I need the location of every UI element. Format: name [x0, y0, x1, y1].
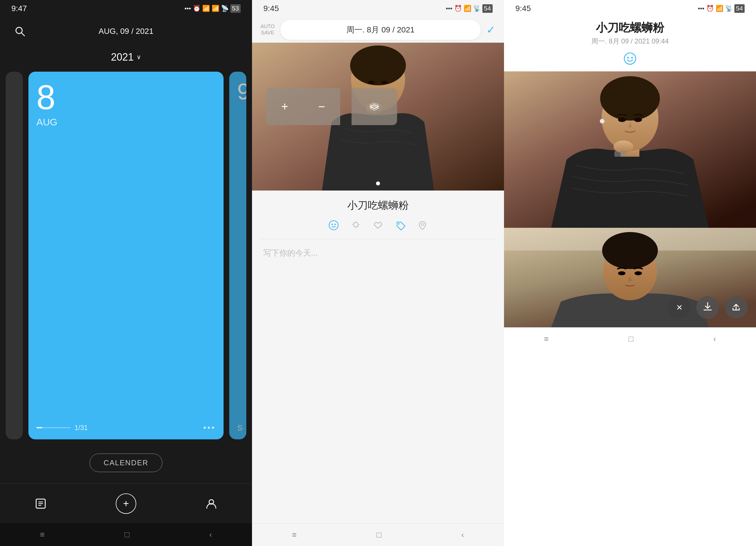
- status-icons-p2: ••• ⏰ 📶 📡 54: [446, 4, 493, 13]
- more-options-icon[interactable]: •••: [203, 423, 216, 433]
- svg-point-43: [635, 271, 642, 275]
- add-entry-button[interactable]: +: [116, 493, 136, 514]
- svg-point-24: [421, 224, 424, 226]
- remove-photo-button[interactable]: −: [303, 88, 340, 125]
- svg-point-15: [334, 224, 336, 225]
- svg-point-11: [381, 81, 388, 84]
- menu-bottom-p2[interactable]: ≡: [292, 530, 297, 539]
- svg-point-27: [631, 57, 633, 59]
- svg-point-25: [624, 53, 636, 64]
- home-bottom-p2[interactable]: □: [377, 530, 381, 539]
- detail-photo-secondary[interactable]: ✕: [504, 228, 756, 327]
- autosave-line1: AUTO: [261, 24, 275, 30]
- share-button[interactable]: [725, 296, 747, 319]
- weather-icon[interactable]: [350, 220, 361, 233]
- card-prev[interactable]: [6, 72, 23, 439]
- progress-fill: [36, 427, 42, 428]
- layers-icon: [368, 100, 381, 113]
- panel2-header: AUTO SAVE 周一. 8月 09 / 2021 ✓: [252, 17, 504, 43]
- detail-photo-svg: [504, 71, 756, 228]
- svg-point-42: [618, 271, 625, 275]
- search-icon[interactable]: [11, 23, 28, 40]
- year-label: 2021: [111, 51, 134, 63]
- plus-photo-icon: +: [281, 100, 288, 113]
- profile-nav-icon[interactable]: [205, 497, 218, 510]
- panel2-bottom-bar: ≡ □ ‹: [252, 523, 504, 546]
- photo-dot-indicator: [376, 181, 380, 185]
- back-bottom-icon[interactable]: ‹: [209, 530, 212, 539]
- panel1-bottom-bar: ≡ □ ‹: [0, 523, 252, 546]
- add-photo-button[interactable]: +: [266, 88, 303, 125]
- time-p2: 9:45: [263, 4, 279, 13]
- header-date-pill: 周一. 8月 09 / 2021: [280, 20, 481, 40]
- panel-entry-detail: 9:45 ••• ⏰ 📶 📡 54 小刀吃螺蛳粉 周一. 8月 09 / 202…: [504, 0, 756, 546]
- status-bar-p2: 9:45 ••• ⏰ 📶 📡 54: [252, 0, 504, 17]
- close-icon: ✕: [676, 303, 683, 312]
- location-icon[interactable]: [417, 220, 428, 233]
- card-current[interactable]: 8 AUG 1/31 •••: [28, 72, 224, 439]
- entry-text-placeholder[interactable]: 写下你的今天...: [252, 239, 504, 523]
- panel3-bottom-bar: ≡ □ ‹: [504, 327, 756, 350]
- svg-line-1: [22, 33, 24, 36]
- autosave-line2: SAVE: [261, 30, 274, 36]
- back-bottom-p2[interactable]: ‹: [461, 530, 464, 539]
- progress-bar: [36, 427, 71, 428]
- download-icon: [703, 301, 712, 313]
- card-progress: 1/31: [36, 424, 88, 432]
- svg-point-16: [354, 222, 358, 227]
- menu-bottom-icon[interactable]: ≡: [40, 530, 45, 539]
- card-count: 1/31: [75, 424, 88, 432]
- mood-icon[interactable]: [328, 220, 339, 233]
- svg-point-32: [618, 117, 626, 122]
- time-p3: 9:45: [515, 4, 531, 13]
- detail-photo-main[interactable]: [504, 71, 756, 228]
- photo-edit-tools: + −: [266, 88, 397, 125]
- svg-point-0: [16, 27, 22, 34]
- minus-photo-icon: −: [318, 100, 325, 113]
- card-next[interactable]: 9 S: [229, 72, 246, 439]
- svg-point-41: [602, 232, 658, 269]
- status-bar-p3: 9:45 ••• ⏰ 📶 📡 54: [504, 0, 756, 17]
- book-nav-icon[interactable]: [34, 497, 47, 510]
- home-bottom-icon[interactable]: □: [125, 530, 129, 539]
- back-bottom-p3[interactable]: ‹: [713, 334, 716, 344]
- svg-point-9: [350, 45, 406, 85]
- svg-point-10: [368, 81, 375, 84]
- detail-title: 小刀吃螺蛳粉: [504, 17, 756, 37]
- layers-button[interactable]: [352, 88, 397, 125]
- editor-header-date: 周一. 8月 09 / 2021: [346, 25, 415, 34]
- panel-entry-editor: 9:45 ••• ⏰ 📶 📡 54 AUTO SAVE 周一. 8月 09 / …: [252, 0, 504, 546]
- panel-journal-list: 9:47 ••• ⏰ 📶 📶 📡 53 AUG, 09 / 2021 2021 …: [0, 0, 252, 546]
- tag-icon[interactable]: [395, 220, 406, 233]
- svg-point-13: [329, 221, 338, 230]
- panel1-nav: +: [0, 483, 252, 523]
- status-icons-p3: ••• ⏰ 📶 📡 54: [698, 4, 745, 13]
- header-date: AUG, 09 / 2021: [98, 27, 153, 36]
- menu-bottom-p3[interactable]: ≡: [544, 334, 549, 344]
- year-selector[interactable]: 2021 ∨: [0, 45, 252, 72]
- share-icon: [731, 301, 741, 313]
- entry-icons-row: [252, 217, 504, 239]
- photo-action-buttons: ✕: [668, 296, 747, 319]
- svg-point-14: [332, 224, 333, 225]
- calender-button[interactable]: CALENDER: [90, 454, 162, 472]
- autosave-label: AUTO SAVE: [261, 24, 275, 36]
- entry-photo-container[interactable]: + −: [252, 43, 504, 191]
- plus-icon: +: [123, 498, 129, 510]
- download-button[interactable]: [696, 296, 719, 319]
- cards-row: 8 AUG 1/31 ••• 9 S: [0, 72, 252, 439]
- close-button[interactable]: ✕: [668, 296, 691, 319]
- svg-rect-36: [614, 151, 626, 157]
- home-bottom-p3[interactable]: □: [629, 334, 633, 344]
- detail-mood-icon: [504, 49, 756, 71]
- heart-icon[interactable]: [373, 220, 383, 233]
- panel1-header: AUG, 09 / 2021: [0, 17, 252, 45]
- calender-btn-wrap: CALENDER: [0, 439, 252, 483]
- status-bar-p1: 9:47 ••• ⏰ 📶 📶 📡 53: [0, 0, 252, 17]
- svg-point-33: [634, 117, 642, 122]
- svg-point-23: [398, 223, 400, 225]
- save-check-icon[interactable]: ✓: [486, 24, 495, 36]
- chevron-down-icon[interactable]: ∨: [137, 53, 141, 61]
- status-icons-p1: ••• ⏰ 📶 📶 📡 53: [184, 4, 241, 13]
- entry-title: 小刀吃螺蛳粉: [252, 191, 504, 217]
